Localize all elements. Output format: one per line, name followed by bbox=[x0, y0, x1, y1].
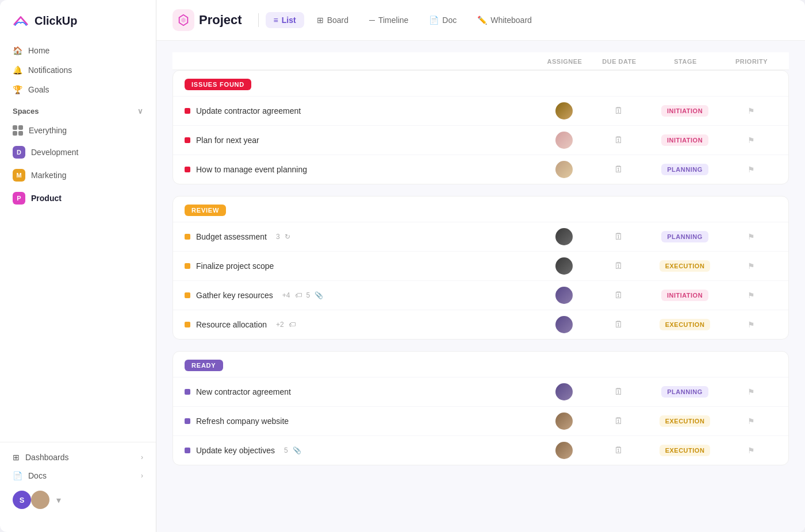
clickup-logo-icon bbox=[12, 11, 30, 30]
section-ready: READY New contractor agreement 🗓 PLANNIN… bbox=[172, 351, 789, 465]
user-profile-row[interactable]: S ▾ bbox=[6, 485, 150, 515]
nav-dashboards[interactable]: ⊞ Dashboards › bbox=[6, 448, 150, 467]
marketing-badge: M bbox=[13, 169, 25, 182]
flag-icon: ⚑ bbox=[747, 291, 755, 300]
task-name: Budget assessment bbox=[196, 232, 267, 241]
dashboards-arrow-icon: › bbox=[141, 453, 143, 461]
table-row[interactable]: Gather key resources +4 🏷 5 📎 🗓 INITIATI… bbox=[173, 280, 788, 310]
task-name: Resource allocation bbox=[196, 320, 267, 329]
nav-goals[interactable]: 🏆 Goals bbox=[6, 80, 150, 99]
avatar bbox=[555, 161, 573, 178]
tag-count: +4 bbox=[282, 291, 290, 299]
user-avatar-2 bbox=[31, 491, 49, 509]
task-name: Plan for next year bbox=[196, 136, 259, 145]
sidebar-item-marketing[interactable]: M Marketing bbox=[6, 164, 150, 186]
grid-icon bbox=[13, 125, 23, 136]
sidebar: ClickUp 🏠 Home 🔔 Notifications 🏆 Goals S… bbox=[0, 0, 156, 532]
table-row[interactable]: How to manage event planning 🗓 PLANNING … bbox=[173, 155, 788, 184]
table-row[interactable]: Update key objectives 5 📎 🗓 EXECUTION ⚑ bbox=[173, 435, 788, 465]
table-row[interactable]: Finalize project scope 🗓 EXECUTION ⚑ bbox=[173, 251, 788, 280]
svg-marker-0 bbox=[13, 13, 28, 28]
avatar bbox=[555, 228, 573, 245]
nav-notifications[interactable]: 🔔 Notifications bbox=[6, 61, 150, 79]
task-dot bbox=[185, 167, 190, 172]
table-row[interactable]: New contractor agreement 🗓 PLANNING ⚑ bbox=[173, 377, 788, 406]
docs-label: Docs bbox=[28, 471, 47, 480]
task-meta: +2 🏷 bbox=[276, 321, 296, 329]
col-header-priority: PRIORITY bbox=[726, 58, 777, 65]
table-row[interactable]: Refresh company website 🗓 EXECUTION ⚑ bbox=[173, 406, 788, 435]
doc-icon: 📄 bbox=[429, 16, 439, 25]
col-header-stage: STAGE bbox=[645, 58, 726, 65]
nav-docs[interactable]: 📄 Docs › bbox=[6, 467, 150, 485]
task-name: Update contractor agreement bbox=[196, 106, 301, 115]
task-dot bbox=[185, 234, 190, 240]
table-row[interactable]: Update contractor agreement 🗓 INITIATION… bbox=[173, 96, 788, 125]
tag-count: +2 bbox=[276, 321, 284, 329]
task-meta: 3 ↻ bbox=[276, 233, 290, 241]
calendar-icon: 🗓 bbox=[614, 106, 623, 116]
nav-home-label: Home bbox=[28, 46, 49, 55]
section-review: REVIEW Budget assessment 3 ↻ 🗓 PLANNING … bbox=[172, 196, 789, 340]
chevron-down-icon[interactable]: ∨ bbox=[137, 107, 143, 115]
tab-whiteboard[interactable]: ✏️ Whiteboard bbox=[469, 12, 540, 28]
stage-badge: INITIATION bbox=[661, 105, 708, 117]
logo-text: ClickUp bbox=[34, 14, 77, 28]
task-name: New contractor agreement bbox=[196, 387, 291, 396]
table-row[interactable]: Plan for next year 🗓 INITIATION ⚑ bbox=[173, 125, 788, 155]
stage-badge: PLANNING bbox=[661, 231, 708, 242]
avatar bbox=[555, 102, 573, 119]
avatar bbox=[555, 287, 573, 304]
avatar bbox=[555, 316, 573, 333]
header: Project ≡ List ⊞ Board ─ Timeline 📄 Doc … bbox=[156, 0, 805, 41]
spaces-header: Spaces ∨ bbox=[0, 100, 156, 120]
user-avatar-s: S bbox=[13, 491, 31, 509]
review-badge: REVIEW bbox=[185, 205, 226, 216]
flag-icon: ⚑ bbox=[747, 446, 755, 455]
dashboards-label: Dashboards bbox=[25, 453, 69, 462]
calendar-icon: 🗓 bbox=[614, 232, 623, 242]
stage-badge: EXECUTION bbox=[660, 319, 711, 330]
attach-icon: 📎 bbox=[293, 446, 301, 454]
task-dot bbox=[185, 108, 190, 114]
user-dropdown-icon[interactable]: ▾ bbox=[56, 495, 61, 506]
avatar bbox=[555, 413, 573, 430]
content-area: ASSIGNEE DUE DATE STAGE PRIORITY ISSUES … bbox=[156, 41, 805, 532]
logo: ClickUp bbox=[0, 11, 156, 41]
col-header-assignee: ASSIGNEE bbox=[536, 58, 593, 65]
attach-count: 5 bbox=[306, 291, 310, 299]
task-name: Finalize project scope bbox=[196, 261, 274, 271]
calendar-icon: 🗓 bbox=[614, 135, 623, 145]
main-content: Project ≡ List ⊞ Board ─ Timeline 📄 Doc … bbox=[156, 0, 805, 532]
tag-icon: 🏷 bbox=[295, 291, 302, 299]
table-row[interactable]: Budget assessment 3 ↻ 🗓 PLANNING ⚑ bbox=[173, 222, 788, 251]
project-icon bbox=[177, 14, 190, 26]
stage-badge: EXECUTION bbox=[660, 445, 711, 456]
task-meta: 5 📎 bbox=[284, 446, 301, 454]
header-divider bbox=[258, 13, 259, 27]
calendar-icon: 🗓 bbox=[614, 261, 623, 271]
spaces-label: Spaces bbox=[13, 107, 39, 115]
sidebar-item-product[interactable]: P Product bbox=[6, 187, 150, 209]
sidebar-item-everything[interactable]: Everything bbox=[6, 121, 150, 140]
issues-found-badge: ISSUES FOUND bbox=[185, 79, 251, 90]
flag-icon: ⚑ bbox=[747, 261, 755, 271]
stage-badge: PLANNING bbox=[661, 386, 708, 398]
task-dot bbox=[185, 418, 190, 424]
calendar-icon: 🗓 bbox=[614, 416, 623, 426]
task-name: Gather key resources bbox=[196, 291, 273, 300]
nav-notifications-label: Notifications bbox=[28, 65, 72, 75]
marketing-label: Marketing bbox=[31, 171, 66, 180]
sidebar-item-development[interactable]: D Development bbox=[6, 141, 150, 163]
tab-timeline[interactable]: ─ Timeline bbox=[361, 12, 416, 28]
trophy-icon: 🏆 bbox=[13, 85, 22, 94]
tab-doc-label: Doc bbox=[442, 16, 457, 25]
nav-home[interactable]: 🏠 Home bbox=[6, 41, 150, 60]
tag-icon: 🏷 bbox=[289, 321, 296, 329]
tab-board[interactable]: ⊞ Board bbox=[309, 12, 356, 28]
tab-list[interactable]: ≡ List bbox=[266, 12, 304, 28]
task-dot bbox=[185, 389, 190, 395]
tab-doc[interactable]: 📄 Doc bbox=[421, 12, 465, 28]
project-title: Project bbox=[199, 13, 242, 28]
table-row[interactable]: Resource allocation +2 🏷 🗓 EXECUTION ⚑ bbox=[173, 310, 788, 339]
